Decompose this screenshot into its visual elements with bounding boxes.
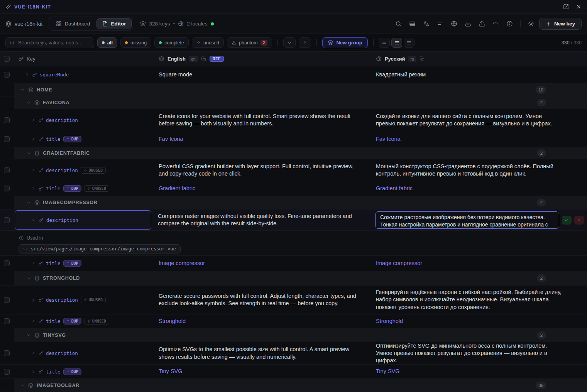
chevron-down-icon[interactable] <box>20 383 25 388</box>
value-ru[interactable]: Создайте иконки для вашего сайта с полны… <box>376 109 587 131</box>
settings-button[interactable] <box>525 19 537 29</box>
chevron-right-icon[interactable] <box>31 186 36 191</box>
table-row[interactable]: title DUP Tiny SVG Tiny SVG <box>0 365 587 379</box>
chevron-right-icon[interactable] <box>31 261 36 266</box>
filter-chip-missing[interactable]: missing <box>120 37 151 48</box>
value-en[interactable]: Create icons for your website with full … <box>159 109 376 131</box>
chevron-right-icon[interactable] <box>31 369 36 374</box>
table-row-selected[interactable]: description Compress raster images witho… <box>0 210 587 231</box>
close-button[interactable] <box>576 4 582 10</box>
density-compact-button[interactable] <box>379 38 390 48</box>
chevron-right-icon[interactable] <box>31 319 36 324</box>
row-checkbox[interactable] <box>4 136 10 142</box>
key-name[interactable]: title <box>46 186 61 191</box>
chevron-right-icon[interactable] <box>25 72 30 77</box>
value-ru[interactable]: Image compressor <box>376 256 587 271</box>
value-en[interactable]: Optimize SVGs to the smallest possible s… <box>159 342 376 364</box>
search-button[interactable] <box>393 19 404 29</box>
value-en[interactable]: Powerful CSS gradient builder with layer… <box>159 159 376 181</box>
chevron-down-icon[interactable] <box>26 200 31 205</box>
translation-edit-textarea[interactable]: Сожмите растровые изображения без потери… <box>375 211 559 229</box>
group-row-imagetoolbar[interactable]: IMAGETOOLBAR 35 <box>0 379 587 392</box>
chevron-right-icon[interactable] <box>31 168 36 173</box>
locales-button[interactable] <box>448 19 460 29</box>
chevron-down-icon[interactable] <box>26 100 31 105</box>
row-checkbox[interactable] <box>4 297 10 303</box>
english-column-header[interactable]: English en REF <box>159 56 376 62</box>
table-row[interactable]: description Optimize SVGs to the smalles… <box>0 342 587 365</box>
select-all-checkbox[interactable] <box>4 56 10 62</box>
key-column-header[interactable]: Key <box>14 56 159 62</box>
russian-column-header[interactable]: Русский ru <box>376 56 587 62</box>
translate-button[interactable] <box>421 19 432 29</box>
key-name[interactable]: title <box>46 260 61 266</box>
value-en[interactable]: Generate secure passwords with full cont… <box>159 286 376 314</box>
chevron-right-icon[interactable] <box>31 137 36 142</box>
value-en[interactable]: Compress raster images without visible q… <box>158 210 375 230</box>
filter-chip-complete[interactable]: complete <box>154 37 189 48</box>
new-key-button[interactable]: New key <box>539 18 582 30</box>
key-name[interactable]: description <box>46 217 78 223</box>
confirm-edit-button[interactable] <box>562 216 572 225</box>
group-row-gradientfabric[interactable]: GRADIENTFABRIC 2 <box>0 147 587 159</box>
density-normal-button[interactable] <box>391 38 402 48</box>
info-button[interactable] <box>504 19 516 29</box>
rows-view-button[interactable] <box>407 19 418 29</box>
copy-icon[interactable] <box>201 56 206 62</box>
table-row[interactable]: title DUP UNUSED Stronghold Stronghold <box>0 314 587 328</box>
chevron-down-icon[interactable] <box>26 151 31 156</box>
chevron-right-icon[interactable] <box>31 118 36 123</box>
key-name[interactable]: description <box>46 297 78 303</box>
key-name[interactable]: title <box>46 136 61 142</box>
key-name[interactable]: description <box>46 350 78 356</box>
row-checkbox[interactable] <box>4 186 10 191</box>
search-input[interactable] <box>18 40 90 46</box>
chevron-down-icon[interactable] <box>26 276 31 281</box>
filter-button[interactable] <box>435 19 446 29</box>
value-ru[interactable]: Fav Icona <box>376 131 587 147</box>
value-en[interactable]: Fav Icona <box>159 131 376 147</box>
filter-chip-all[interactable]: all <box>97 37 117 48</box>
tab-dashboard[interactable]: Dashboard <box>50 18 96 29</box>
key-name[interactable]: title <box>46 318 61 324</box>
table-row[interactable]: title DUP Image compressor Image compres… <box>0 256 587 271</box>
chevron-down-icon[interactable] <box>20 87 25 92</box>
row-checkbox[interactable] <box>4 217 10 223</box>
selected-key-cell[interactable]: description <box>15 210 151 230</box>
group-row-imagecompressor[interactable]: IMAGECOMPRESSOR 2 <box>0 196 587 210</box>
search-box[interactable] <box>5 37 94 48</box>
table-row[interactable]: description Create icons for your websit… <box>0 109 587 131</box>
value-en[interactable]: Square mode <box>159 66 376 83</box>
value-en[interactable]: Tiny SVG <box>159 365 376 378</box>
row-checkbox[interactable] <box>4 72 10 78</box>
value-ru[interactable]: Stronghold <box>376 314 587 328</box>
key-name[interactable]: description <box>46 167 78 173</box>
row-checkbox[interactable] <box>4 350 10 356</box>
value-ru[interactable]: Генерируйте надёжные пароли с гибкой нас… <box>376 286 587 314</box>
row-checkbox[interactable] <box>4 369 10 375</box>
cancel-edit-button[interactable] <box>574 216 584 225</box>
group-row-home[interactable]: HOME 10 <box>0 83 587 96</box>
key-name[interactable]: title <box>46 369 61 375</box>
table-row[interactable]: title DUP Fav Icona Fav Icona <box>0 131 587 147</box>
value-ru[interactable]: Мощный конструктор CSS-градиентов с подд… <box>376 159 587 181</box>
undo-button[interactable] <box>490 19 502 29</box>
table-row[interactable]: squareMode Square mode Квадратный режим <box>0 66 587 83</box>
value-ru[interactable]: Квадратный режим <box>376 66 587 83</box>
value-en[interactable]: Image compressor <box>159 256 376 271</box>
table-row[interactable]: description UNUSED Powerful CSS gradient… <box>0 159 587 181</box>
row-checkbox[interactable] <box>4 260 10 266</box>
chevron-right-icon[interactable] <box>31 351 36 356</box>
value-ru[interactable]: Gradient fabric <box>376 181 587 196</box>
row-checkbox[interactable] <box>4 167 10 173</box>
import-button[interactable] <box>462 19 474 29</box>
key-name[interactable]: squareMode <box>40 72 69 78</box>
row-checkbox[interactable] <box>4 318 10 324</box>
chevron-right-icon[interactable] <box>31 297 36 302</box>
open-external-button[interactable] <box>563 4 569 10</box>
group-row-stronghold[interactable]: STRONGHOLD 2 <box>0 271 587 286</box>
row-checkbox[interactable] <box>4 117 10 123</box>
filter-chip-phantom[interactable]: phantom 2 <box>227 37 272 48</box>
chevron-down-icon[interactable] <box>31 218 36 223</box>
value-ru[interactable]: Оптимизируйте SVG до минимального веса с… <box>376 342 587 364</box>
